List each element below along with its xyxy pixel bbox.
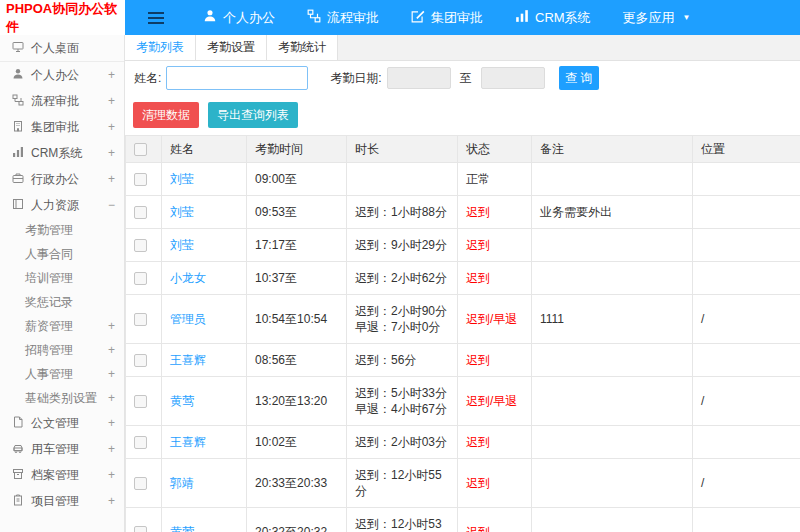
status-cell: 迟到: [458, 426, 532, 459]
employee-name-link[interactable]: 王喜辉: [170, 353, 206, 367]
expand-toggle[interactable]: +: [108, 140, 115, 166]
sidebar-subitem-contract[interactable]: 人事合同: [0, 242, 124, 266]
duration-line1: 迟到：56分: [355, 352, 449, 368]
remark-cell: [532, 508, 693, 532]
sidebar-item-desktop[interactable]: 个人桌面: [0, 35, 124, 62]
nav-crm[interactable]: CRM系统: [499, 0, 607, 35]
sidebar-subitem-recruitment[interactable]: 招聘管理 +: [0, 338, 124, 362]
attendance-table: 姓名 考勤时间 时长 状态 备注 位置 刘莹 09:00至 正常: [125, 135, 800, 532]
expand-toggle[interactable]: +: [108, 436, 115, 462]
row-checkbox[interactable]: [134, 173, 147, 186]
sidebar-subitem-training[interactable]: 培训管理: [0, 266, 124, 290]
nav-group-approval[interactable]: 集团审批: [395, 0, 499, 35]
collapse-toggle[interactable]: −: [108, 192, 115, 218]
clipboard-icon: [12, 494, 24, 509]
expand-toggle[interactable]: +: [108, 338, 115, 362]
duration-line1: 迟到：1小时88分: [355, 204, 449, 220]
sidebar-subitem-personnel[interactable]: 人事管理 +: [0, 362, 124, 386]
row-checkbox[interactable]: [134, 477, 147, 490]
employee-name-link[interactable]: 王喜辉: [170, 435, 206, 449]
sidebar-subitem-base-category[interactable]: 基础类别设置 +: [0, 386, 124, 410]
person-icon: [203, 9, 217, 26]
attendance-time-cell: 20:33至20:33: [247, 459, 347, 508]
sidebar-item-admin-office[interactable]: 行政办公 +: [0, 166, 124, 192]
main-content: 考勤列表 考勤设置 考勤统计 姓名: 考勤日期: 至 查 询 清理数据 导出查询…: [125, 35, 800, 532]
employee-name-link[interactable]: 刘莹: [170, 238, 194, 252]
row-checkbox[interactable]: [134, 239, 147, 252]
expand-toggle[interactable]: +: [108, 314, 115, 338]
remark-cell: [532, 377, 693, 426]
sidebar-item-crm[interactable]: CRM系统 +: [0, 140, 124, 166]
expand-toggle[interactable]: +: [108, 410, 115, 436]
export-list-button[interactable]: 导出查询列表: [208, 102, 298, 128]
status-cell: 迟到: [458, 344, 532, 377]
row-checkbox[interactable]: [134, 436, 147, 449]
employee-name-link[interactable]: 小龙女: [170, 271, 206, 285]
date-start-input[interactable]: [387, 67, 451, 89]
table-row: 刘莹 09:00至 正常: [126, 163, 800, 196]
row-checkbox[interactable]: [134, 526, 147, 532]
sidebar-item-label: 公文管理: [31, 415, 79, 432]
duration-line1: 迟到：12小时53分: [355, 516, 449, 532]
name-filter-input[interactable]: [166, 66, 308, 90]
date-end-input[interactable]: [481, 67, 545, 89]
sidebar-item-label: 用车管理: [31, 441, 79, 458]
sidebar-subitem-rewards[interactable]: 奖惩记录: [0, 290, 124, 314]
desktop-icon: [12, 41, 24, 56]
employee-name-link[interactable]: 黄莺: [170, 525, 194, 532]
row-checkbox[interactable]: [134, 206, 147, 219]
expand-toggle[interactable]: +: [108, 362, 115, 386]
table-row: 王喜辉 08:56至 迟到：56分 迟到: [126, 344, 800, 377]
header-time: 考勤时间: [247, 136, 347, 163]
search-button[interactable]: 查 询: [559, 66, 599, 90]
row-checkbox[interactable]: [134, 354, 147, 367]
employee-name-link[interactable]: 管理员: [170, 312, 206, 326]
header-name: 姓名: [162, 136, 247, 163]
sidebar-item-documents[interactable]: 公文管理 +: [0, 410, 124, 436]
sidebar-item-hr[interactable]: 人力资源 −: [0, 192, 124, 218]
action-bar: 清理数据 导出查询列表: [125, 95, 800, 135]
employee-name-link[interactable]: 黄莺: [170, 394, 194, 408]
duration-cell: 迟到：9小时29分: [347, 229, 458, 262]
row-checkbox[interactable]: [134, 313, 147, 326]
expand-toggle[interactable]: +: [108, 166, 115, 192]
nav-personal-office[interactable]: 个人办公: [187, 0, 291, 35]
location-cell: /: [693, 377, 800, 426]
sidebar-item-archives[interactable]: 档案管理 +: [0, 462, 124, 488]
document-icon: [12, 416, 24, 431]
employee-name-link[interactable]: 郭靖: [170, 476, 194, 490]
sidebar-item-personal-office[interactable]: 个人办公 +: [0, 62, 124, 88]
duration-line1: 迟到：2小时03分: [355, 434, 449, 450]
sidebar-item-vehicle[interactable]: 用车管理 +: [0, 436, 124, 462]
car-icon: [12, 442, 24, 457]
tab-attendance-list[interactable]: 考勤列表: [125, 35, 196, 60]
sidebar-item-projects[interactable]: 项目管理 +: [0, 488, 124, 514]
nav-more-apps[interactable]: 更多应用 ▼: [607, 0, 707, 35]
row-checkbox[interactable]: [134, 395, 147, 408]
expand-toggle[interactable]: +: [108, 88, 115, 114]
menu-toggle-icon[interactable]: [139, 0, 173, 35]
nav-workflow-approval[interactable]: 流程审批: [291, 0, 395, 35]
row-checkbox[interactable]: [134, 272, 147, 285]
tab-attendance-settings[interactable]: 考勤设置: [196, 35, 267, 60]
attendance-time-cell: 13:20至13:20: [247, 377, 347, 426]
expand-toggle[interactable]: +: [108, 62, 115, 88]
expand-toggle[interactable]: +: [108, 462, 115, 488]
clean-data-button[interactable]: 清理数据: [133, 102, 199, 128]
sidebar-subitem-attendance[interactable]: 考勤管理: [0, 218, 124, 242]
duration-line1: 迟到：12小时55分: [355, 467, 449, 499]
expand-toggle[interactable]: +: [108, 386, 115, 410]
attendance-time-cell: 10:02至: [247, 426, 347, 459]
sidebar-subitem-label: 基础类别设置: [25, 391, 97, 405]
sidebar-item-workflow-approval[interactable]: 流程审批 +: [0, 88, 124, 114]
nav-label: 集团审批: [431, 9, 483, 27]
sidebar-item-group-approval[interactable]: 集团审批 +: [0, 114, 124, 140]
expand-toggle[interactable]: +: [108, 488, 115, 514]
select-all-checkbox[interactable]: [134, 143, 147, 156]
employee-name-link[interactable]: 刘莹: [170, 205, 194, 219]
duration-cell: 迟到：5小时33分早退：4小时67分: [347, 377, 458, 426]
employee-name-link[interactable]: 刘莹: [170, 172, 194, 186]
sidebar-subitem-salary[interactable]: 薪资管理 +: [0, 314, 124, 338]
tab-attendance-stats[interactable]: 考勤统计: [267, 35, 338, 60]
expand-toggle[interactable]: +: [108, 114, 115, 140]
